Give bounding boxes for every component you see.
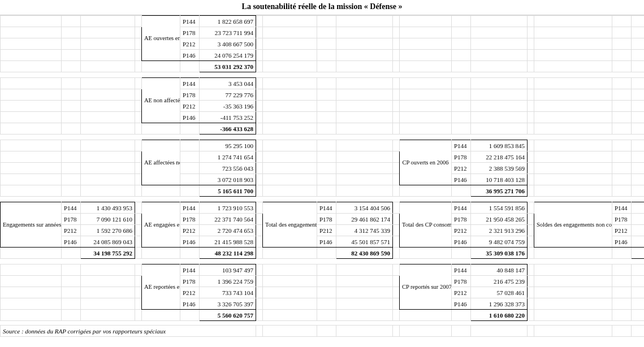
block-ae-non-affectees-label: AE non affectées au 31/12/2006 bbox=[142, 78, 180, 123]
prog: P146 bbox=[452, 236, 471, 248]
total-cp-reportes: 1 610 680 220 bbox=[471, 310, 528, 321]
block-ae-reportees-label: AE reportées en 2007 bbox=[142, 264, 180, 310]
value: 10 718 403 128 bbox=[471, 174, 528, 185]
prog: P144 bbox=[452, 202, 471, 214]
value: 103 947 497 bbox=[200, 264, 256, 276]
value: 3 154 404 506 bbox=[336, 202, 393, 214]
prog: P178 bbox=[180, 27, 200, 38]
value: 9 482 074 759 bbox=[471, 236, 528, 248]
total-ae-non-affectees: -366 433 628 bbox=[200, 123, 256, 135]
prog: P144 bbox=[180, 16, 200, 27]
value: 21 415 988 528 bbox=[200, 236, 256, 248]
value: 2 388 539 569 bbox=[471, 163, 528, 174]
block-ae-engagees-label: AE engagées en 2006 (1) bbox=[142, 202, 180, 248]
block-ae-affectees-label: AE affectées non engagées bbox=[142, 140, 180, 185]
total-ae-ouvertes: 53 031 292 370 bbox=[200, 61, 256, 72]
value: 1 822 658 697 bbox=[200, 16, 256, 27]
block-ae-ouvertes-label: AE ouvertes en 2006 bbox=[142, 16, 180, 61]
block-total-cp-consommes-label: Total des CP consommés en 2006 (4) bbox=[400, 202, 452, 248]
value: -411 753 252 bbox=[200, 112, 256, 123]
page-title: La soutenabilité réelle de la mission « … bbox=[0, 0, 644, 15]
total-ae-engagees: 48 232 114 298 bbox=[200, 248, 256, 259]
sustainability-table: AE ouvertes en 2006 P144 1 822 658 697 P… bbox=[0, 15, 644, 337]
total-soldes-engagements: 47 121 831 414 bbox=[632, 248, 645, 259]
total-cp-ouverts: 36 995 271 706 bbox=[471, 185, 528, 197]
value: 1 592 270 686 bbox=[81, 225, 135, 236]
prog: P144 bbox=[180, 78, 200, 89]
value: 1 396 224 759 bbox=[200, 276, 256, 287]
prog: P146 bbox=[317, 236, 336, 248]
prog: P178 bbox=[180, 89, 200, 101]
prog: P146 bbox=[180, 298, 200, 310]
value: 1 723 910 553 bbox=[200, 202, 256, 214]
total-ae-affectees: 5 165 611 700 bbox=[200, 185, 256, 197]
value: 1 296 328 373 bbox=[471, 298, 528, 310]
prog: P212 bbox=[612, 225, 632, 236]
value: 1 554 591 856 bbox=[471, 202, 528, 214]
prog: P212 bbox=[452, 225, 471, 236]
value: 22 218 475 164 bbox=[471, 151, 528, 163]
prog: P146 bbox=[612, 236, 632, 248]
block-cp-reportes-label: CP reportés sur 2007 bbox=[400, 264, 452, 310]
prog: P178 bbox=[452, 151, 471, 163]
prog: P144 bbox=[180, 202, 200, 214]
total-total-engagements: 82 430 869 590 bbox=[336, 248, 393, 259]
prog: P146 bbox=[62, 236, 81, 248]
prog: P144 bbox=[612, 202, 632, 214]
value: 1 609 853 845 bbox=[471, 140, 528, 151]
value: 723 556 043 bbox=[200, 163, 256, 174]
prog: P212 bbox=[180, 225, 200, 236]
prog: P178 bbox=[62, 214, 81, 225]
value: 7 090 121 610 bbox=[81, 214, 135, 225]
value: 23 723 711 994 bbox=[200, 27, 256, 38]
source-note: Source : données du RAP corrigées par vo… bbox=[1, 326, 256, 337]
value: 36 019 782 812 bbox=[632, 236, 645, 248]
value: 1 274 741 654 bbox=[200, 151, 256, 163]
total-ae-reportees: 5 560 620 757 bbox=[200, 310, 256, 321]
block-cp-ouverts-label: CP ouverts en 2006 bbox=[400, 140, 452, 185]
value: 1 430 493 953 bbox=[81, 202, 135, 214]
prog: P144 bbox=[452, 264, 471, 276]
value: 29 461 862 174 bbox=[336, 214, 393, 225]
prog: P146 bbox=[180, 50, 200, 61]
prog: P144 bbox=[452, 140, 471, 151]
value: 24 085 869 043 bbox=[81, 236, 135, 248]
prog: P212 bbox=[180, 287, 200, 298]
value: 21 950 458 265 bbox=[471, 214, 528, 225]
value: 2 321 913 296 bbox=[471, 225, 528, 236]
prog: P178 bbox=[180, 276, 200, 287]
value: 3 408 667 500 bbox=[200, 38, 256, 50]
value: 7 511 403 909 bbox=[632, 214, 645, 225]
value: 4 312 745 339 bbox=[336, 225, 393, 236]
prog: P146 bbox=[452, 174, 471, 185]
prog: P144 bbox=[180, 264, 200, 276]
block-soldes-engagements-label: Soldes des engagements non couverts par … bbox=[534, 202, 612, 248]
value: 1 599 812 650 bbox=[632, 202, 645, 214]
value: -35 363 196 bbox=[200, 101, 256, 112]
prog: P178 bbox=[612, 214, 632, 225]
value: 45 501 857 571 bbox=[336, 236, 393, 248]
value: 3 453 044 bbox=[200, 78, 256, 89]
prog: P146 bbox=[180, 236, 200, 248]
prog: P144 bbox=[62, 202, 81, 214]
value: 2 720 474 653 bbox=[200, 225, 256, 236]
value: 1 990 832 043 bbox=[632, 225, 645, 236]
prog: P144 bbox=[317, 202, 336, 214]
value: 57 028 461 bbox=[471, 287, 528, 298]
prog: P212 bbox=[180, 38, 200, 50]
value: 24 076 254 179 bbox=[200, 50, 256, 61]
prog: P212 bbox=[180, 101, 200, 112]
prog: P212 bbox=[452, 163, 471, 174]
prog: P178 bbox=[317, 214, 336, 225]
block-engagements-anterieurs-label: Engagements sur années antérieures non c… bbox=[1, 202, 62, 248]
value: 3 072 018 903 bbox=[200, 174, 256, 185]
value: 22 371 740 564 bbox=[200, 214, 256, 225]
total-engagements-anterieurs: 34 198 755 292 bbox=[81, 248, 135, 259]
prog: P178 bbox=[452, 214, 471, 225]
value: 733 743 104 bbox=[200, 287, 256, 298]
value: 40 848 147 bbox=[471, 264, 528, 276]
value: 216 475 239 bbox=[471, 276, 528, 287]
block-total-engagements-label: Total des engagements réalisés au 31/12/… bbox=[263, 202, 317, 248]
prog: P212 bbox=[317, 225, 336, 236]
prog: P146 bbox=[180, 112, 200, 123]
